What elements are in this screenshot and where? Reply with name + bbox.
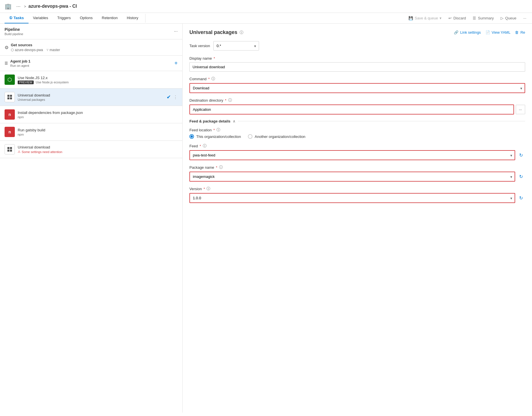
task-title-nodejs: Use Node.JS 12.x	[18, 76, 178, 80]
tab-options[interactable]: Options	[75, 13, 97, 23]
view-yaml-button[interactable]: 📄 View YAML	[486, 30, 511, 35]
get-sources-title: Get sources	[11, 43, 178, 47]
more-actions-button[interactable]: ···	[522, 14, 527, 23]
page-title: azure-devops-pwa - CI	[29, 4, 77, 9]
queue-button[interactable]: ▷ Queue	[499, 14, 517, 23]
dest-dir-browse-button[interactable]: ···	[516, 105, 525, 114]
more-dots[interactable]: ···	[16, 3, 21, 9]
version-refresh-button[interactable]: ↻	[517, 194, 525, 202]
task-version-select[interactable]: 0.* 1.*	[213, 41, 259, 51]
dest-dir-info-icon[interactable]: ⓘ	[228, 98, 232, 103]
feed-required: *	[200, 144, 201, 148]
get-sources-icon: ⚙	[5, 45, 9, 50]
radio-this-org-label: This organization/collection	[196, 134, 241, 139]
package-name-label: Package name * ⓘ	[189, 165, 525, 170]
radio-this-org[interactable]: This organization/collection	[189, 134, 241, 139]
task-item-install-deps[interactable]: n Install dependencies from package.json…	[0, 106, 182, 123]
version-label: Version * ⓘ	[189, 186, 525, 191]
get-sources-item[interactable]: ⚙ Get sources ⬡ azure-devops-pwa ⑂ maste…	[0, 39, 182, 56]
task-subtitle-install: npm	[18, 115, 178, 119]
command-select[interactable]: Download Publish	[189, 83, 525, 93]
svg-rect-2	[7, 97, 9, 99]
feed-location-info-icon[interactable]: ⓘ	[217, 127, 220, 132]
universal-download-icon	[5, 92, 15, 102]
pipeline-subtitle: Build pipeline	[5, 32, 23, 36]
task-item-universal-download-active[interactable]: Universal download Universal packages ✔ …	[0, 89, 182, 106]
dropdown-chevron-icon: ▾	[440, 16, 442, 20]
top-bar: 🏢 ··· > azure-devops-pwa - CI	[0, 0, 532, 13]
task-title-ud2: Universal download	[18, 145, 178, 149]
save-queue-button[interactable]: 💾 Save & queue ▾	[407, 14, 443, 23]
warning-icon: ⚠	[18, 150, 21, 154]
destination-directory-field: Destination directory * ⓘ ···	[189, 98, 525, 114]
version-select[interactable]: 1.0.0	[189, 193, 515, 203]
breadcrumb-chevron: >	[24, 4, 26, 9]
tab-triggers[interactable]: Triggers	[53, 13, 75, 23]
display-name-input[interactable]	[189, 62, 525, 72]
tab-variables[interactable]: Variables	[29, 13, 53, 23]
display-name-required: *	[214, 56, 215, 61]
tab-history[interactable]: History	[122, 13, 143, 23]
agent-job-subtitle: Run on agent	[10, 64, 31, 67]
radio-this-org-circle	[189, 134, 194, 139]
task-item-gatsby[interactable]: n Run gatsby build npm	[0, 123, 182, 141]
branch-icon: ⑂	[46, 48, 48, 52]
trash-icon: 🗑	[515, 30, 519, 35]
package-name-select[interactable]: imagemagick	[189, 172, 515, 182]
discard-button[interactable]: ↩ Discard	[447, 14, 467, 23]
task-subtitle-ud-active: Universal packages	[18, 98, 164, 101]
svg-rect-4	[7, 147, 9, 149]
pipeline-section[interactable]: Pipeline Build pipeline ···	[0, 24, 182, 39]
remove-button[interactable]: 🗑 Re	[515, 30, 525, 35]
radio-another-org[interactable]: Another organization/collection	[248, 134, 306, 139]
command-info-icon[interactable]: ⓘ	[211, 76, 215, 81]
app-icon: 🏢	[5, 3, 12, 10]
pipeline-more-button[interactable]: ···	[174, 29, 178, 34]
feed-info-icon[interactable]: ⓘ	[203, 143, 207, 148]
pipeline-title: Pipeline	[5, 27, 23, 32]
package-name-refresh-button[interactable]: ↻	[517, 172, 525, 181]
task-check-icon: ✔	[167, 94, 171, 100]
task-item-universal-download-2[interactable]: Universal download ⚠ Some settings need …	[0, 141, 182, 158]
destination-directory-input[interactable]	[189, 104, 514, 114]
task-item-nodejs[interactable]: ⬡ Use Node.JS 12.x PREVIEW Use Node.js e…	[0, 71, 182, 89]
panel-header-actions: 🔗 Link settings 📄 View YAML 🗑 Re	[454, 30, 525, 35]
package-name-info-icon[interactable]: ⓘ	[219, 165, 223, 170]
panel-info-icon[interactable]: ⓘ	[240, 30, 243, 35]
svg-rect-1	[10, 95, 12, 97]
task-title-install: Install dependencies from package.json	[18, 110, 178, 115]
link-icon: 🔗	[454, 30, 458, 35]
feed-package-title: Feed & package details	[189, 119, 230, 123]
repo-name: azure-devops-pwa	[15, 48, 43, 52]
panel-header: Universal packages ⓘ 🔗 Link settings 📄 V…	[189, 29, 525, 35]
tab-tasks[interactable]: ① Tasks	[5, 13, 29, 23]
radio-another-org-circle	[248, 134, 252, 139]
add-task-button[interactable]: +	[174, 60, 178, 67]
svg-rect-3	[10, 97, 12, 99]
branch-name: master	[50, 48, 60, 52]
svg-rect-5	[10, 147, 12, 149]
task-subtitle-nodejs: PREVIEW Use Node.js ecosystem	[18, 81, 178, 84]
summary-button[interactable]: ☰ Summary	[472, 14, 495, 23]
svg-rect-6	[7, 150, 9, 152]
link-settings-button[interactable]: 🔗 Link settings	[454, 30, 481, 35]
feed-location-field: Feed location * ⓘ This organization/coll…	[189, 127, 525, 139]
version-field: Version * ⓘ 1.0.0 ▾ ↻	[189, 186, 525, 203]
feed-refresh-button[interactable]: ↻	[517, 151, 525, 160]
task-subtitle-ud2-warning: ⚠ Some settings need attention	[18, 150, 178, 154]
version-info-icon[interactable]: ⓘ	[207, 186, 210, 191]
package-icon-svg	[7, 94, 13, 100]
feed-package-collapse-icon[interactable]: ∧	[233, 119, 236, 123]
feed-package-section-header: Feed & package details ∧	[189, 119, 525, 123]
drag-handle-icon[interactable]: ⋮	[173, 95, 178, 100]
tab-retention[interactable]: Retention	[97, 13, 122, 23]
agent-job-title: Agent job 1	[10, 59, 31, 63]
version-required: *	[203, 187, 205, 191]
discard-icon: ↩	[448, 16, 452, 20]
feed-select[interactable]: pwa-test-feed	[189, 150, 515, 160]
command-label: Command * ⓘ	[189, 76, 525, 81]
task-version-label: Task version	[189, 44, 210, 48]
agent-job-icon: ☰	[5, 61, 8, 65]
task-title-ud-active: Universal download	[18, 93, 164, 97]
agent-job-item[interactable]: ☰ Agent job 1 Run on agent +	[0, 56, 182, 71]
